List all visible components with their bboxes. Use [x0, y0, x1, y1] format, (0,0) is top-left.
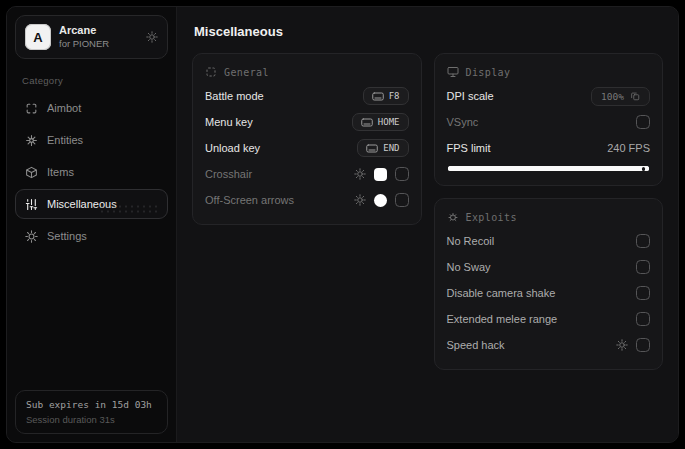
disable-camera-shake-checkbox[interactable] — [636, 286, 650, 300]
sub-expires-text: Sub expires in 15d 03h — [26, 399, 157, 410]
setting-row-vsync: VSync — [447, 109, 651, 135]
exploits-panel: Exploits No Recoil No Sway Disable camer… — [434, 198, 664, 370]
offscreen-arrows-checkbox[interactable] — [395, 193, 409, 207]
sidebar-item-items[interactable]: Items — [15, 157, 168, 187]
sidebar-item-label: Miscellaneous — [47, 198, 117, 210]
app-window: A Arcane for PIONER Category Aimbot — [6, 6, 679, 443]
gear-icon[interactable] — [616, 339, 628, 351]
no-sway-checkbox[interactable] — [636, 260, 650, 274]
color-swatch[interactable] — [374, 168, 387, 181]
panel-title: Display — [466, 67, 511, 78]
setting-label: No Sway — [447, 261, 491, 273]
fps-limit-slider[interactable] — [448, 166, 650, 171]
setting-label: VSync — [447, 116, 479, 128]
setting-label: Crosshair — [205, 168, 252, 180]
session-duration-text: Session duration 31s — [26, 414, 157, 425]
setting-row-dpi-scale: DPI scale 100% — [447, 83, 651, 109]
panel-title: General — [224, 67, 269, 78]
vsync-checkbox[interactable] — [636, 115, 650, 129]
sidebar-item-label: Aimbot — [47, 102, 81, 114]
setting-row-speed-hack: Speed hack — [447, 332, 651, 358]
setting-label: FPS limit — [447, 142, 491, 154]
sliders-icon — [25, 198, 38, 211]
sidebar-item-aimbot[interactable]: Aimbot — [15, 93, 168, 123]
dashed-square-icon — [205, 66, 217, 78]
subscription-card: Sub expires in 15d 03h Session duration … — [15, 390, 168, 434]
setting-row-unload-key: Unload key END — [205, 135, 409, 161]
dpi-scale-select[interactable]: 100% — [591, 87, 650, 106]
setting-label: DPI scale — [447, 90, 494, 102]
setting-row-extended-melee-range: Extended melee range — [447, 306, 651, 332]
setting-row-disable-camera-shake: Disable camera shake — [447, 280, 651, 306]
category-label: Category — [22, 75, 161, 86]
setting-row-offscreen-arrows: Off-Screen arrows — [205, 187, 409, 213]
virus-icon — [25, 134, 38, 147]
general-panel: General Battle mode F8 — [192, 53, 422, 225]
extended-melee-range-checkbox[interactable] — [636, 312, 650, 326]
setting-row-crosshair: Crosshair — [205, 161, 409, 187]
keyboard-icon — [361, 118, 373, 127]
page-title: Miscellaneous — [194, 24, 663, 39]
scan-icon — [25, 102, 38, 115]
no-recoil-checkbox[interactable] — [636, 234, 650, 248]
setting-label: Disable camera shake — [447, 287, 556, 299]
setting-label: Battle mode — [205, 90, 264, 102]
cube-icon — [25, 166, 38, 179]
crosshair-checkbox[interactable] — [395, 167, 409, 181]
setting-label: No Recoil — [447, 235, 495, 247]
gear-icon[interactable] — [146, 31, 158, 43]
setting-label: Off-Screen arrows — [205, 194, 294, 206]
color-swatch[interactable] — [374, 194, 387, 207]
setting-row-no-sway: No Sway — [447, 254, 651, 280]
display-panel: Display DPI scale 100% — [434, 53, 664, 186]
speed-hack-checkbox[interactable] — [636, 338, 650, 352]
sidebar-item-label: Entities — [47, 134, 83, 146]
fps-limit-value: 240 FPS — [607, 142, 650, 154]
sidebar: A Arcane for PIONER Category Aimbot — [7, 7, 177, 442]
keybind-button[interactable]: HOME — [352, 113, 409, 131]
main-content: Miscellaneous General Battle mode — [177, 7, 678, 442]
gear-icon[interactable] — [354, 168, 366, 180]
keyboard-icon — [366, 144, 378, 153]
sidebar-item-label: Settings — [47, 230, 87, 242]
keyboard-icon — [372, 92, 384, 101]
setting-row-battle-mode: Battle mode F8 — [205, 83, 409, 109]
gear-icon — [25, 230, 38, 243]
monitor-icon — [447, 66, 459, 78]
bug-icon — [447, 211, 459, 223]
gear-icon[interactable] — [354, 194, 366, 206]
setting-label: Unload key — [205, 142, 260, 154]
panel-title: Exploits — [466, 212, 517, 223]
app-subtitle: for PIONER — [59, 38, 138, 50]
brand-card: A Arcane for PIONER — [15, 15, 168, 59]
setting-row-fps-limit: FPS limit 240 FPS — [447, 135, 651, 161]
keybind-button[interactable]: F8 — [363, 87, 409, 105]
sidebar-item-label: Items — [47, 166, 74, 178]
sidebar-item-entities[interactable]: Entities — [15, 125, 168, 155]
setting-label: Extended melee range — [447, 313, 558, 325]
setting-label: Speed hack — [447, 339, 505, 351]
app-name: Arcane — [59, 24, 138, 38]
app-logo: A — [25, 24, 51, 50]
scale-icon — [630, 91, 640, 101]
setting-row-no-recoil: No Recoil — [447, 228, 651, 254]
setting-label: Menu key — [205, 116, 253, 128]
sidebar-item-miscellaneous[interactable]: Miscellaneous — [15, 189, 168, 219]
setting-row-menu-key: Menu key HOME — [205, 109, 409, 135]
keybind-button[interactable]: END — [357, 139, 408, 157]
slider-knob[interactable] — [642, 167, 646, 171]
sidebar-item-settings[interactable]: Settings — [15, 221, 168, 251]
